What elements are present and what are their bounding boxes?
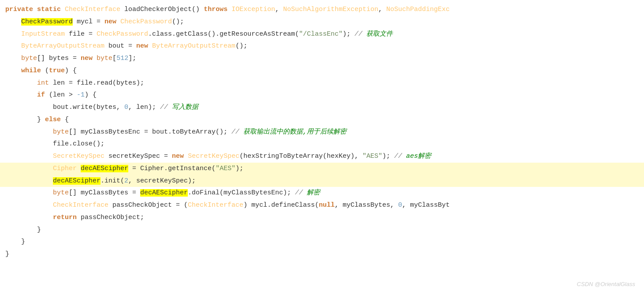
- code-line-20: }: [0, 236, 644, 248]
- code-line-2: CheckPassword mycl = new CheckPassword()…: [0, 16, 644, 28]
- code-line-11: byte[] myClassBytesEnc = bout.toByteArra…: [0, 126, 644, 138]
- code-line-8: if (len > -1) {: [0, 89, 644, 101]
- code-line-17: CheckInterface passCheckObject = (CheckI…: [0, 199, 644, 212]
- code-line-21: }: [0, 248, 644, 261]
- code-line-12: file.close();: [0, 138, 644, 150]
- code-line-18: return passCheckObject;: [0, 212, 644, 224]
- code-line-16: byte[] myClassBytes = decAEScipher.doFin…: [0, 187, 644, 199]
- code-line-1: private static CheckInterface loadChecke…: [0, 4, 644, 16]
- code-line-7: int len = file.read(bytes);: [0, 77, 644, 89]
- code-line-6: while (true) {: [0, 65, 644, 77]
- code-line-3: InputStream file = CheckPassword.class.g…: [0, 28, 644, 41]
- code-container: private static CheckInterface loadChecke…: [0, 0, 644, 294]
- code-line-5: byte[] bytes = new byte[512];: [0, 52, 644, 65]
- code-line-15: decAEScipher.init(2, secretKeySpec);: [0, 175, 644, 187]
- code-line-19: }: [0, 224, 644, 236]
- code-line-13: SecretKeySpec secretKeySpec = new Secret…: [0, 150, 644, 163]
- brand-label: CSDN @OrientalGlass: [577, 279, 635, 290]
- code-line-14: Cipher decAEScipher = Cipher.getInstance…: [0, 163, 644, 175]
- code-line-9: bout.write(bytes, 0, len); // 写入数据: [0, 101, 644, 114]
- code-line-4: ByteArrayOutputStream bout = new ByteArr…: [0, 40, 644, 52]
- code-line-10: } else {: [0, 114, 644, 126]
